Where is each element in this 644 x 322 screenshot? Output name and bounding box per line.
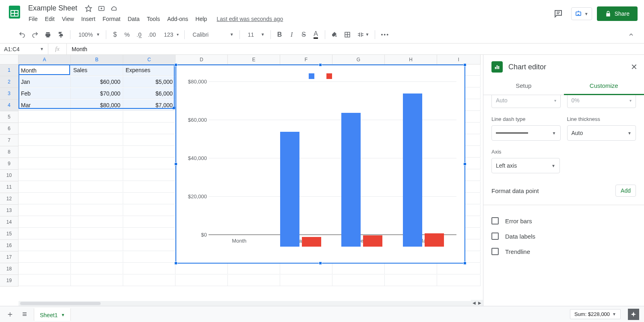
cell[interactable] [19, 251, 71, 263]
cloud-icon[interactable] [110, 4, 118, 12]
row-header[interactable]: 4 [0, 100, 19, 111]
cell[interactable]: Expenses [123, 64, 175, 76]
cell[interactable]: Feb [19, 88, 71, 99]
cell[interactable] [19, 205, 71, 216]
row-header[interactable]: 1 [0, 64, 19, 76]
menu-addons[interactable]: Add-ons [164, 14, 191, 24]
cell[interactable]: $7,000 [123, 100, 175, 111]
cell[interactable] [123, 275, 175, 286]
cell[interactable] [71, 146, 123, 158]
strike-icon[interactable]: S [298, 29, 310, 41]
menu-view[interactable]: View [59, 14, 77, 24]
menu-file[interactable]: File [26, 14, 41, 24]
cell[interactable] [19, 123, 71, 134]
cell[interactable] [123, 263, 175, 274]
menu-data[interactable]: Data [125, 14, 142, 24]
cell[interactable] [228, 263, 280, 274]
cell[interactable] [123, 205, 175, 216]
bold-icon[interactable]: B [274, 29, 285, 41]
col-header[interactable]: C [123, 55, 175, 64]
col-header[interactable]: H [385, 55, 437, 64]
menu-edit[interactable]: Edit [42, 14, 58, 24]
cell[interactable] [123, 123, 175, 134]
row-header[interactable]: 19 [0, 275, 19, 287]
cell[interactable] [123, 135, 175, 146]
col-header[interactable]: E [228, 55, 280, 64]
checkbox-error-bars[interactable]: Error bars [491, 213, 636, 229]
col-header[interactable]: B [71, 55, 123, 64]
cell[interactable] [19, 111, 71, 123]
col-header[interactable]: F [280, 55, 332, 64]
cell[interactable] [71, 111, 123, 123]
checkbox-trendline[interactable]: Trendline [491, 244, 636, 259]
doc-title[interactable]: Example Sheet [26, 3, 80, 13]
cell[interactable] [71, 263, 123, 274]
cell[interactable]: Sales [71, 64, 123, 76]
all-sheets-icon[interactable]: ≡ [19, 309, 30, 320]
fill-color-icon[interactable] [328, 29, 341, 41]
undo-icon[interactable] [16, 29, 28, 41]
cell[interactable] [19, 158, 71, 169]
italic-icon[interactable]: I [286, 29, 297, 41]
cell[interactable] [71, 251, 123, 263]
move-icon[interactable] [97, 4, 105, 12]
add-data-point-button[interactable]: Add [615, 185, 636, 197]
cell[interactable] [123, 146, 175, 158]
top-select-left[interactable]: Auto▾ [491, 95, 561, 108]
cell[interactable] [280, 275, 332, 286]
cell[interactable] [175, 263, 228, 274]
cell[interactable] [19, 228, 71, 239]
cell[interactable] [71, 240, 123, 251]
cell[interactable]: $6,000 [123, 88, 175, 99]
cell[interactable] [123, 240, 175, 251]
cell[interactable] [437, 263, 481, 274]
cell[interactable] [71, 275, 123, 286]
row-header[interactable]: 11 [0, 181, 19, 193]
menu-tools[interactable]: Tools [144, 14, 163, 24]
cell[interactable]: Jan [19, 76, 71, 87]
close-icon[interactable]: ✕ [631, 62, 638, 72]
row-header[interactable]: 18 [0, 263, 19, 275]
col-header[interactable]: I [437, 55, 481, 64]
cell[interactable]: $80,000 [71, 100, 123, 111]
text-color-icon[interactable]: A [310, 29, 322, 41]
row-header[interactable]: 3 [0, 88, 19, 100]
scroll-arrows[interactable]: ◀▶ [471, 300, 483, 306]
row-header[interactable]: 8 [0, 146, 19, 158]
row-header[interactable]: 9 [0, 158, 19, 170]
row-header[interactable]: 7 [0, 135, 19, 146]
row-header[interactable]: 17 [0, 251, 19, 263]
cell[interactable] [19, 216, 71, 228]
cell[interactable] [71, 228, 123, 239]
add-sheet-icon[interactable]: ＋ [5, 309, 15, 320]
sheets-logo-icon[interactable] [6, 4, 23, 20]
explore-icon[interactable] [628, 309, 639, 320]
redo-icon[interactable] [29, 29, 41, 41]
line-dash-select[interactable]: ▼ [491, 125, 561, 141]
col-header[interactable]: G [332, 55, 385, 64]
paint-format-icon[interactable] [55, 29, 67, 41]
sheet-tab[interactable]: Sheet1▼ [34, 308, 71, 321]
cell[interactable] [280, 263, 332, 274]
percent-icon[interactable]: % [122, 29, 133, 41]
cell[interactable] [123, 228, 175, 239]
checkbox-data-labels[interactable]: Data labels [491, 229, 636, 244]
cell[interactable] [71, 216, 123, 228]
dec-decrease-icon[interactable]: .0̲ [134, 29, 145, 41]
cell[interactable] [123, 181, 175, 193]
cell[interactable] [437, 275, 481, 286]
cell[interactable]: $60,000 [71, 76, 123, 87]
cell[interactable] [19, 135, 71, 146]
present-button[interactable]: ▼ [571, 7, 592, 20]
font-dropdown[interactable]: Calibri▼ [188, 29, 236, 41]
cell[interactable] [228, 275, 280, 286]
tab-customize[interactable]: Customize [564, 77, 644, 95]
cell[interactable] [332, 275, 385, 286]
star-icon[interactable] [85, 4, 93, 12]
cell[interactable] [71, 193, 123, 204]
chart-object[interactable]: $0$20,000$40,000$60,000$80,000MonthJanFe… [175, 64, 465, 264]
cell[interactable] [385, 275, 437, 286]
col-header[interactable]: D [175, 55, 228, 64]
row-header[interactable]: 10 [0, 170, 19, 181]
cell[interactable] [71, 181, 123, 193]
